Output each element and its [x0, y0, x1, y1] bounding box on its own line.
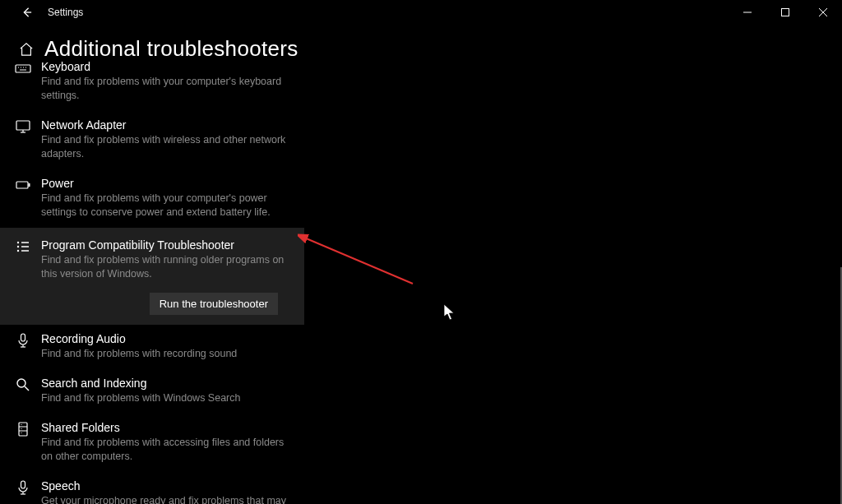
troubleshooter-item-network-adapter[interactable]: Network Adapter Find and fix problems wi…	[0, 111, 304, 169]
monitor-icon	[15, 118, 33, 137]
search-icon	[15, 377, 33, 395]
troubleshooter-item-speech[interactable]: Speech Get your microphone ready and fix…	[0, 472, 304, 504]
window-title: Settings	[48, 7, 83, 18]
title-bar: Settings	[0, 0, 842, 25]
item-title: Network Adapter	[41, 118, 288, 132]
minimize-button[interactable]	[729, 0, 766, 25]
item-title: Search and Indexing	[41, 376, 288, 391]
troubleshooter-list: Keyboard Find and fix problems with your…	[0, 59, 304, 504]
item-desc: Find and fix problems with your computer…	[41, 192, 288, 220]
svg-line-38	[304, 238, 413, 284]
item-desc: Find and fix problems with your computer…	[41, 75, 288, 103]
item-desc: Find and fix problems with running older…	[41, 253, 288, 281]
troubleshooter-item-recording-audio[interactable]: Recording Audio Find and fix problems wi…	[0, 325, 304, 369]
microphone-icon	[15, 332, 33, 351]
home-button[interactable]	[16, 39, 36, 59]
battery-icon	[15, 177, 33, 196]
mouse-cursor	[444, 304, 456, 321]
back-arrow-icon	[21, 7, 32, 18]
close-button[interactable]	[804, 0, 842, 25]
svg-rect-22	[21, 334, 25, 341]
svg-point-32	[21, 432, 21, 433]
minimize-icon	[743, 8, 752, 16]
svg-rect-2	[782, 9, 789, 16]
svg-rect-33	[21, 481, 25, 488]
troubleshooter-item-keyboard[interactable]: Keyboard Find and fix problems with your…	[0, 59, 304, 111]
page-title: Additional troubleshooters	[44, 36, 298, 62]
svg-point-30	[21, 424, 21, 425]
item-desc: Find and fix problems with accessing fil…	[41, 436, 288, 464]
troubleshooter-item-search-indexing[interactable]: Search and Indexing Find and fix problem…	[0, 369, 304, 414]
back-button[interactable]	[16, 2, 36, 22]
svg-point-25	[17, 379, 25, 387]
window-controls	[729, 0, 842, 25]
troubleshooter-item-power[interactable]: Power Find and fix problems with your co…	[0, 169, 304, 228]
troubleshooter-item-program-compatibility[interactable]: Program Compatibility Troubleshooter Fin…	[0, 228, 304, 325]
item-title: Keyboard	[41, 59, 288, 74]
item-desc: Find and fix problems with wireless and …	[41, 133, 288, 161]
svg-point-18	[17, 246, 19, 247]
maximize-button[interactable]	[766, 0, 804, 25]
run-troubleshooter-button[interactable]: Run the troubleshooter	[150, 293, 278, 315]
item-desc: Get your microphone ready and fix proble…	[41, 494, 288, 504]
item-desc: Find and fix problems with Windows Searc…	[41, 391, 288, 405]
item-desc: Find and fix problems with recording sou…	[41, 347, 288, 361]
svg-rect-5	[16, 65, 30, 72]
page-header: Additional troubleshooters	[0, 36, 842, 62]
item-title: Speech	[41, 479, 288, 493]
list-check-icon	[15, 238, 33, 257]
troubleshooter-item-shared-folders[interactable]: Shared Folders Find and fix problems wit…	[0, 414, 304, 472]
item-title: Power	[41, 176, 288, 191]
svg-rect-14	[16, 182, 28, 188]
item-title: Recording Audio	[41, 331, 288, 346]
annotation-arrow	[298, 218, 421, 292]
svg-point-20	[17, 250, 19, 252]
svg-rect-15	[29, 183, 30, 187]
svg-line-26	[25, 386, 29, 391]
item-title: Shared Folders	[41, 420, 288, 435]
close-icon	[819, 8, 827, 16]
microphone-icon	[15, 479, 33, 498]
maximize-icon	[781, 8, 789, 16]
keyboard-icon	[15, 60, 33, 79]
item-title: Program Compatibility Troubleshooter	[41, 238, 288, 252]
svg-point-16	[17, 242, 19, 243]
svg-rect-27	[19, 423, 27, 436]
home-icon	[19, 42, 34, 57]
svg-point-31	[21, 428, 21, 429]
server-icon	[15, 421, 33, 440]
svg-rect-11	[16, 121, 30, 130]
